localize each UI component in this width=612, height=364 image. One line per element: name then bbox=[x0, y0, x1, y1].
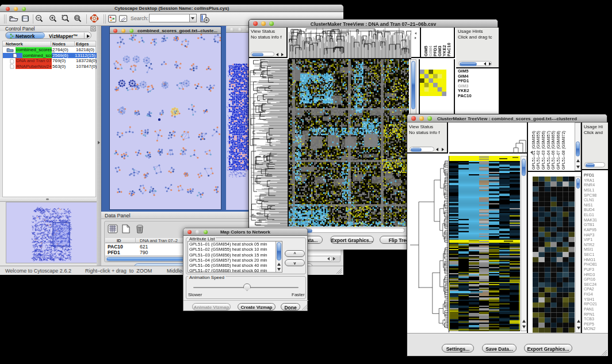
svg-text:GPL51–01 (GSM854): GPL51–01 (GSM854) bbox=[531, 131, 536, 170]
svg-text:GPL51–02 (GSM855): GPL51–02 (GSM855) bbox=[536, 131, 541, 170]
svg-text:GPL51–03 (GSM856): GPL51–03 (GSM856) bbox=[541, 131, 546, 170]
svg-text:GPL51–06 (GSM865): GPL51–06 (GSM865) bbox=[551, 131, 556, 170]
svg-text:GPL51–08 (GSM872): GPL51–08 (GSM872) bbox=[561, 131, 566, 170]
svg-text:GPL51–07 (GSM868): GPL51–07 (GSM868) bbox=[556, 131, 561, 170]
svg-text:GPL51–04 (GSM857): GPL51–04 (GSM857) bbox=[546, 131, 551, 170]
svg-text:PAC10: PAC10 bbox=[446, 43, 452, 56]
